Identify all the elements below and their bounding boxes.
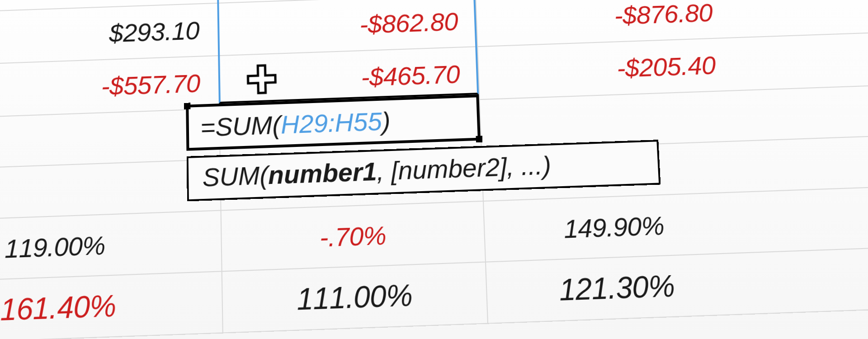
formula-suffix: ): [382, 106, 391, 136]
cell[interactable]: $293.10: [0, 4, 219, 64]
cell-value: 121.30%: [558, 268, 675, 307]
cell-value: $293.10: [109, 15, 199, 48]
worksheet-grid[interactable]: $293.10 -$862.80 -$876.80 -$557.70 -$465…: [0, 0, 868, 339]
cell-value: 149.90%: [563, 210, 665, 244]
cell[interactable]: [480, 91, 738, 150]
formula-reference: H29:H55: [280, 106, 382, 139]
cell-value: -$205.40: [616, 50, 717, 83]
tooltip-arg-current: number1: [268, 156, 377, 189]
cell[interactable]: -161.40%: [0, 272, 223, 339]
cell-value: -161.40%: [0, 288, 116, 328]
cell-value: -$465.70: [361, 59, 461, 92]
cell[interactable]: 119.00%: [0, 211, 222, 279]
spreadsheet-viewport: $293.10 -$862.80 -$876.80 -$557.70 -$465…: [0, 0, 868, 339]
tooltip-arg-rest: , [number2], ...): [376, 151, 552, 186]
cell[interactable]: 149.90%: [484, 193, 745, 262]
cell-value: -$862.80: [359, 6, 458, 39]
selection-handle[interactable]: [476, 136, 483, 142]
formula-text: =SUM(H29:H55): [200, 106, 391, 142]
cell[interactable]: -$862.80: [218, 0, 478, 55]
cell-value: -.70%: [319, 220, 387, 253]
cell-value: 111.00%: [297, 278, 413, 317]
formula-prefix: =SUM(: [200, 110, 281, 141]
cell[interactable]: 111.00%: [222, 263, 488, 333]
cell-value: -$876.80: [613, 0, 713, 30]
cell[interactable]: -$205.40: [478, 38, 735, 99]
tooltip-function-name: SUM(: [202, 160, 268, 192]
cell[interactable]: 121.30%: [486, 253, 748, 323]
cell-value: -$557.70: [101, 68, 201, 101]
cell-value: 119.00%: [5, 230, 105, 264]
selection-handle[interactable]: [184, 103, 190, 109]
cell[interactable]: -.70%: [222, 202, 486, 271]
